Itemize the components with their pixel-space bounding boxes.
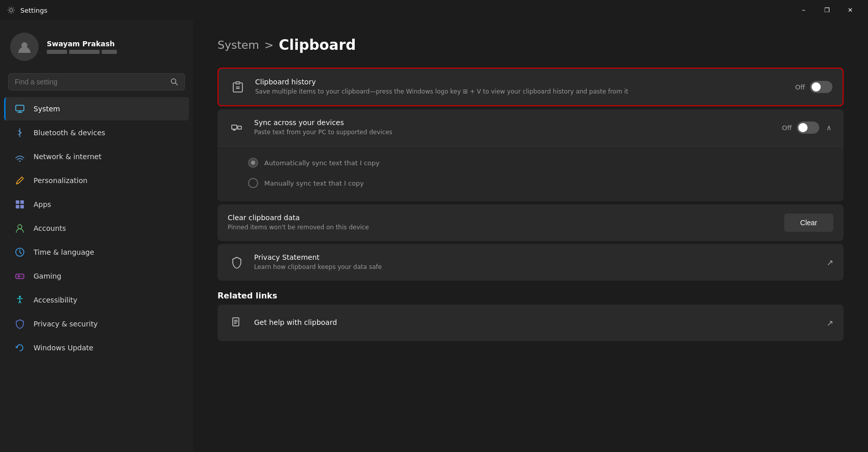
clipboard-history-toggle-thumb	[812, 82, 821, 92]
sync-devices-status: Off	[782, 124, 792, 132]
svg-point-17	[21, 276, 22, 277]
clipboard-history-card: Clipboard history Save multiple items to…	[218, 68, 844, 106]
sidebar-item-network[interactable]: Network & internet	[4, 145, 189, 168]
get-help-control: ↗	[827, 318, 833, 328]
svg-point-0	[10, 9, 13, 12]
user-info: Swayam Prakash	[47, 40, 183, 54]
sync-auto-option[interactable]: Automatically sync text that I copy	[248, 153, 813, 173]
maximize-button[interactable]: ❐	[815, 2, 839, 18]
sync-devices-row: Sync across your devices Paste text from…	[218, 109, 844, 146]
sidebar-item-label-system: System	[34, 105, 60, 113]
sidebar-item-gaming[interactable]: Gaming	[4, 264, 189, 288]
svg-point-12	[18, 225, 22, 229]
user-bar-2	[69, 50, 100, 54]
gaming-icon	[14, 270, 25, 282]
sync-devices-toggle-track	[797, 122, 819, 134]
window-controls: − ❐ ✕	[792, 2, 862, 18]
privacy-statement-title: Privacy Statement	[254, 253, 819, 261]
sidebar-item-system[interactable]: System	[4, 97, 189, 120]
breadcrumb-current: Clipboard	[278, 37, 356, 53]
get-help-row[interactable]: Get help with clipboard ↗	[218, 305, 844, 341]
sidebar-item-apps[interactable]: Apps	[4, 193, 189, 216]
sidebar-item-label-accessibility: Accessibility	[34, 296, 77, 304]
sidebar-item-label-personalization: Personalization	[34, 176, 87, 185]
settings-app-icon	[6, 5, 16, 15]
user-bar-1	[47, 50, 67, 54]
search-box[interactable]	[8, 73, 185, 91]
svg-rect-20	[236, 82, 240, 84]
update-icon	[14, 342, 25, 353]
sync-devices-expand-button[interactable]: ∧	[824, 122, 833, 134]
sync-devices-text: Sync across your devices Paste text from…	[254, 118, 774, 137]
clipboard-history-row: Clipboard history Save multiple items to…	[219, 69, 843, 105]
nav-items: System Bluetooth & devices	[0, 97, 193, 447]
sync-manual-radio[interactable]	[248, 178, 258, 188]
sync-suboptions: Automatically sync text that I copy Manu…	[218, 146, 844, 201]
sidebar-item-label-bluetooth: Bluetooth & devices	[34, 129, 105, 137]
sidebar-item-update[interactable]: Windows Update	[4, 336, 189, 359]
svg-rect-24	[238, 126, 241, 129]
bluetooth-icon	[14, 127, 25, 138]
sync-devices-control: Off ∧	[782, 122, 833, 134]
svg-line-3	[176, 83, 178, 85]
get-help-icon	[228, 314, 246, 332]
avatar[interactable]	[10, 33, 39, 61]
clear-button[interactable]: Clear	[784, 214, 833, 232]
clear-clipboard-title: Clear clipboard data	[228, 214, 776, 222]
minimize-button[interactable]: −	[792, 2, 815, 18]
apps-icon	[14, 199, 25, 210]
search-input[interactable]	[15, 78, 166, 86]
sidebar-item-personalization[interactable]: Personalization	[4, 169, 189, 192]
sidebar-item-label-privacy: Privacy & security	[34, 320, 98, 328]
clipboard-history-toggle-track	[810, 81, 832, 93]
sync-devices-title: Sync across your devices	[254, 118, 774, 127]
sidebar-item-accessibility[interactable]: Accessibility	[4, 288, 189, 312]
svg-point-18	[22, 276, 23, 277]
sidebar-item-label-apps: Apps	[34, 200, 51, 208]
sync-auto-radio[interactable]	[248, 158, 258, 168]
network-icon	[14, 151, 25, 162]
svg-rect-9	[20, 200, 24, 204]
titlebar: Settings − ❐ ✕	[0, 0, 868, 20]
privacy-statement-row: Privacy Statement Learn how clipboard ke…	[218, 244, 844, 281]
window-title: Settings	[20, 7, 792, 14]
sync-devices-toggle[interactable]	[797, 122, 819, 134]
search-icon	[170, 78, 178, 86]
sync-devices-icon	[228, 118, 246, 137]
sidebar-item-bluetooth[interactable]: Bluetooth & devices	[4, 121, 189, 144]
sidebar-item-accounts[interactable]: Accounts	[4, 217, 189, 240]
svg-point-19	[19, 296, 21, 298]
close-button[interactable]: ✕	[839, 2, 862, 18]
clear-clipboard-control: Clear	[784, 214, 833, 232]
clear-clipboard-text: Clear clipboard data Pinned items won't …	[228, 214, 776, 232]
privacy-statement-desc: Learn how clipboard keeps your data safe	[254, 263, 819, 272]
sync-devices-card: Sync across your devices Paste text from…	[218, 109, 844, 201]
sidebar-item-label-network: Network & internet	[34, 153, 102, 161]
svg-rect-23	[232, 125, 237, 129]
get-help-text: Get help with clipboard	[254, 318, 819, 328]
sidebar-item-label-accounts: Accounts	[34, 224, 66, 232]
breadcrumb-parent[interactable]: System	[218, 39, 259, 51]
svg-rect-4	[16, 105, 24, 111]
time-icon	[14, 247, 25, 258]
sidebar-item-privacy[interactable]: Privacy & security	[4, 312, 189, 336]
accessibility-icon	[14, 294, 25, 306]
search-container	[0, 69, 193, 97]
get-help-external-link-icon: ↗	[827, 318, 833, 328]
related-links-title: Related links	[218, 291, 844, 300]
sidebar: Swayam Prakash	[0, 20, 193, 452]
get-help-card: Get help with clipboard ↗	[218, 305, 844, 341]
sidebar-item-label-time: Time & language	[34, 248, 94, 256]
clipboard-history-toggle[interactable]	[810, 81, 832, 93]
privacy-icon	[14, 318, 25, 329]
sync-manual-option[interactable]: Manually sync text that I copy	[248, 173, 813, 193]
accounts-icon	[14, 223, 25, 234]
clear-clipboard-card: Clear clipboard data Pinned items won't …	[218, 204, 844, 241]
svg-point-7	[19, 161, 21, 162]
clipboard-history-desc: Save multiple items to your clipboard—pr…	[255, 87, 787, 96]
sync-manual-label: Manually sync text that I copy	[264, 179, 364, 187]
user-bar-3	[102, 50, 117, 54]
sidebar-item-time[interactable]: Time & language	[4, 240, 189, 264]
privacy-statement-card: Privacy Statement Learn how clipboard ke…	[218, 244, 844, 281]
clear-clipboard-row: Clear clipboard data Pinned items won't …	[218, 204, 844, 241]
